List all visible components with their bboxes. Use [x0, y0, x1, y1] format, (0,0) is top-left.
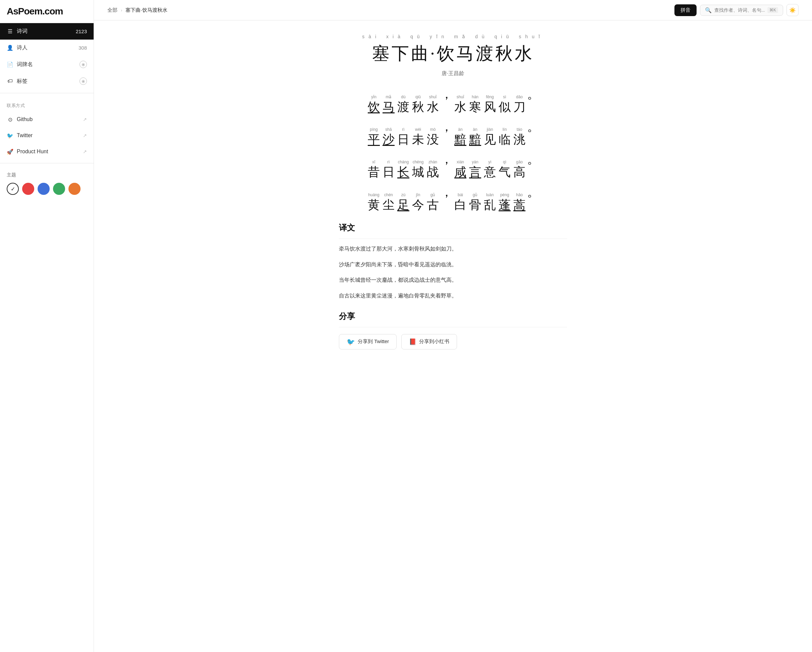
- char-group: shuǐ水: [426, 94, 440, 114]
- sidebar-item-label: 标签: [17, 78, 27, 85]
- share-buttons: 🐦 分享到 Twitter 📕 分享到小红书: [339, 334, 567, 349]
- char-text: 沙: [383, 133, 395, 147]
- char-group: shā沙: [382, 126, 395, 147]
- char-text: 意: [484, 165, 496, 180]
- char-text: 尘: [383, 198, 395, 212]
- char-pinyin: chén: [384, 192, 393, 198]
- char-pinyin: zú: [401, 192, 406, 198]
- char-pinyin: fēng: [486, 94, 494, 100]
- theme-dot-1[interactable]: [22, 183, 34, 195]
- char-pinyin: hāo: [516, 192, 523, 198]
- char-text: 黯: [454, 133, 466, 147]
- title-pinyin-char: mǎ: [454, 34, 469, 39]
- char-pinyin: sì: [503, 94, 506, 100]
- char-text: 临: [499, 133, 511, 147]
- char-text: 长: [397, 165, 409, 180]
- char-group: píng平: [367, 126, 381, 147]
- expand-icon: ◉: [79, 61, 87, 68]
- title-pinyin-char: qū: [411, 34, 424, 39]
- sidebar-link-twitter[interactable]: 🐦Twitter↗: [0, 128, 94, 143]
- title-pinyin-char: qiū: [495, 34, 513, 39]
- char-pinyin: àn: [458, 126, 462, 133]
- share-title: 分享: [339, 311, 567, 328]
- search-kbd: ⌘K: [768, 7, 778, 13]
- char-group: jiàn见: [483, 126, 497, 147]
- char-text: 没: [427, 133, 439, 147]
- topbar-right: 拼音 🔍 ⌘K ☀️: [675, 4, 798, 16]
- sidebar-link-github[interactable]: ⊙Github↗: [0, 111, 94, 128]
- pinyin-button[interactable]: 拼音: [675, 5, 697, 16]
- char-pinyin: gāo: [516, 159, 523, 165]
- char-text: 日: [397, 133, 409, 147]
- site-logo[interactable]: AsPoem.com: [0, 0, 94, 23]
- char-group: qì气: [498, 159, 512, 180]
- char-group: rì日: [396, 126, 411, 147]
- translation-section: 译文 牵马饮水渡过了那大河，水寒刺骨秋风如剑如刀。沙场广袤夕阳尚未下落，昏暗中看…: [339, 222, 567, 301]
- divider-1: [0, 93, 94, 93]
- char-pinyin: jiàn: [487, 126, 493, 133]
- char-text: 足: [397, 198, 409, 212]
- char-punct: 。: [527, 120, 539, 134]
- search-icon: 🔍: [705, 7, 712, 14]
- sidebar-item-count: 2123: [76, 29, 87, 34]
- link-label: Twitter: [17, 133, 32, 139]
- sidebar-item-cipai[interactable]: 📄词牌名◉: [0, 56, 94, 73]
- char-text: 洮: [513, 133, 525, 147]
- github-icon: ⊙: [7, 116, 14, 123]
- char-group: péng蓬: [498, 192, 512, 212]
- char-text: 似: [499, 100, 511, 114]
- char-punct: ，: [441, 120, 453, 134]
- theme-dot-4[interactable]: [69, 183, 81, 195]
- theme-dot-0[interactable]: ✓: [7, 183, 19, 195]
- char-punct: 。: [527, 152, 539, 167]
- poem-author: 唐·王昌龄: [339, 70, 567, 77]
- search-input[interactable]: [714, 8, 765, 13]
- share-xiaohongshu-button[interactable]: 📕 分享到小红书: [401, 334, 457, 349]
- poem-line-0: yǐn饮mǎ马dù渡qiū秋shuǐ水，shuǐ水hán寒fēng风sì似dāo…: [339, 87, 567, 114]
- divider-2: [0, 163, 94, 163]
- char-pinyin: lín: [503, 126, 507, 133]
- contact-label: 联系方式: [0, 97, 94, 111]
- char-group: chén尘: [382, 192, 395, 212]
- char-text: 见: [484, 133, 496, 147]
- poem-title: 塞下曲·饮马渡秋水: [339, 42, 567, 66]
- external-link-icon: ↗: [83, 133, 87, 138]
- char-text: 平: [368, 133, 380, 147]
- sidebar-item-shici[interactable]: ☰诗词2123: [0, 23, 94, 40]
- poem-lines: yǐn饮mǎ马dù渡qiū秋shuǐ水，shuǐ水hán寒fēng风sì似dāo…: [339, 87, 567, 212]
- search-box[interactable]: 🔍 ⌘K: [700, 5, 783, 16]
- theme-dot-2[interactable]: [38, 183, 50, 195]
- char-group: bái白: [453, 192, 467, 212]
- char-pinyin: jīn: [416, 192, 420, 198]
- char-text: 刀: [513, 100, 525, 114]
- char-group: xián咸: [453, 159, 467, 180]
- char-group: mǎ马: [382, 94, 395, 114]
- breadcrumb-root[interactable]: 全部: [107, 7, 118, 14]
- char-group: yì意: [483, 159, 497, 180]
- char-text: 白: [454, 198, 466, 212]
- share-twitter-button[interactable]: 🐦 分享到 Twitter: [339, 334, 397, 349]
- sidebar-item-biaoqian[interactable]: 🏷标签◉: [0, 73, 94, 90]
- char-pinyin: yán: [472, 159, 478, 165]
- char-pinyin: cháng: [398, 159, 409, 165]
- theme-section: 主题 ✓: [0, 167, 94, 200]
- char-group: hāo蒿: [512, 192, 527, 212]
- char-pinyin: píng: [370, 126, 377, 133]
- title-pinyin-char: sài: [362, 34, 380, 39]
- expand-icon: ◉: [79, 78, 87, 85]
- char-pinyin: chéng: [413, 159, 424, 165]
- translation-para: 牵马饮水渡过了那大河，水寒刺骨秋风如剑如刀。: [339, 244, 567, 254]
- char-text: 昔: [368, 165, 380, 180]
- title-pinyin-char: yǐn: [430, 34, 448, 39]
- char-group: àn黯: [468, 126, 482, 147]
- sidebar-item-shiren[interactable]: 👤诗人308: [0, 40, 94, 56]
- title-pinyin-char: shuǐ: [519, 34, 544, 39]
- twitter-icon: 🐦: [346, 338, 355, 346]
- char-group: qiū秋: [411, 94, 425, 114]
- poem-line-1: píng平shā沙rì日wèi未mò没，àn黯àn黯jiàn见lín临táo洮。: [339, 120, 567, 147]
- theme-dot-3[interactable]: [53, 183, 65, 195]
- theme-toggle-button[interactable]: ☀️: [786, 4, 798, 16]
- sidebar-link-producthunt[interactable]: 🚀Product Hunt↗: [0, 143, 94, 160]
- char-pinyin: yǐn: [371, 94, 377, 100]
- char-text: 战: [427, 165, 439, 180]
